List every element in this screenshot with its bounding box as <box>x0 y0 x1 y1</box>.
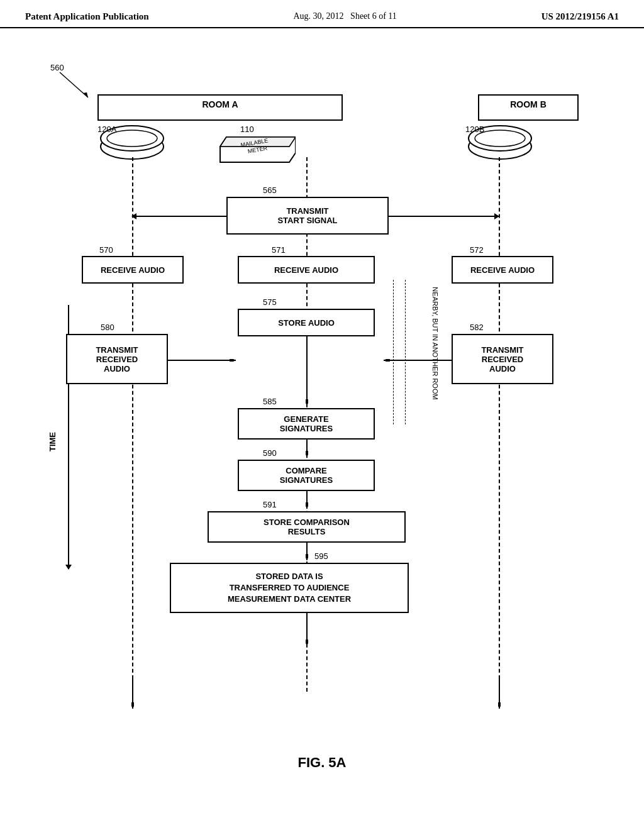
ref-575: 575 <box>263 297 277 307</box>
arrow-left-down <box>131 676 134 714</box>
arrow-compare-to-store <box>306 491 308 514</box>
ref-582: 582 <box>470 323 484 332</box>
receive-audio-572-box: RECEIVE AUDIO <box>452 256 553 284</box>
meter-110: MAILABLE METER <box>214 121 296 164</box>
transmit-start-box: TRANSMIT START SIGNAL <box>226 197 389 235</box>
room-b-box: ROOM B <box>478 94 579 121</box>
arrow-store-to-gen <box>306 336 308 411</box>
nearby-border <box>393 280 406 424</box>
ref-591: 591 <box>263 500 277 509</box>
arrow-storec-to-stored <box>306 543 308 565</box>
ref-110: 110 <box>240 124 254 134</box>
svg-marker-14 <box>230 359 236 362</box>
ref-585: 585 <box>263 397 277 406</box>
svg-marker-24 <box>306 554 308 560</box>
room-a-box: ROOM A <box>97 94 343 121</box>
page-header: Patent Application Publication Aug. 30, … <box>0 0 644 28</box>
store-comparison-box: STORE COMPARISON RESULTS <box>208 511 406 543</box>
ref-580: 580 <box>101 323 114 332</box>
arrow-565-right <box>389 216 499 217</box>
store-audio-box: STORE AUDIO <box>238 309 375 336</box>
ref-570: 570 <box>99 245 113 255</box>
ref-595: 595 <box>314 551 328 561</box>
ref-590: 590 <box>263 448 277 458</box>
receive-audio-570-box: RECEIVE AUDIO <box>82 256 184 284</box>
ref-572: 572 <box>470 245 484 255</box>
svg-marker-18 <box>306 399 308 406</box>
svg-marker-30 <box>498 702 501 709</box>
ref-571: 571 <box>272 245 286 255</box>
diagram-area: 560 ROOM A ROOM B 120A MAILABLE METER 11… <box>0 35 644 789</box>
arrow-gen-to-compare <box>306 440 308 462</box>
transmit-received-580-box: TRANSMIT RECEIVED AUDIO <box>66 334 168 384</box>
generate-signatures-box: GENERATE SIGNATURES <box>238 408 375 440</box>
svg-marker-28 <box>306 639 308 646</box>
stored-data-box: STORED DATA IS TRANSFERRED TO AUDIENCE M… <box>170 563 409 613</box>
svg-marker-16 <box>384 359 390 362</box>
figure-label: FIG. 5A <box>239 755 405 771</box>
header-left: Patent Application Publication <box>25 11 149 22</box>
svg-marker-22 <box>306 502 308 509</box>
transmit-received-582-box: TRANSMIT RECEIVED AUDIO <box>452 334 553 384</box>
arrow-right-down <box>498 676 501 714</box>
arrow-565-left <box>132 216 226 217</box>
nearby-label: NEARBY, BUT IN ANOTHER ROOM <box>431 287 439 399</box>
compare-signatures-box: COMPARE SIGNATURES <box>238 460 375 491</box>
svg-marker-20 <box>306 451 308 457</box>
dashed-line-right <box>499 157 500 692</box>
header-center: Aug. 30, 2012 Sheet 6 of 11 <box>293 11 396 21</box>
ref-120a: 120A <box>97 124 116 134</box>
ref-560-arrow <box>57 69 94 101</box>
arrow-580-to-center <box>168 359 240 362</box>
receive-audio-571-box: RECEIVE AUDIO <box>238 256 375 284</box>
ref-565: 565 <box>263 185 277 195</box>
svg-marker-26 <box>131 702 134 709</box>
svg-marker-1 <box>83 92 88 97</box>
arrow-center-down <box>306 613 308 651</box>
arrow-582-to-center <box>375 359 453 362</box>
header-right: US 2012/219156 A1 <box>541 11 619 22</box>
time-label: TIME <box>48 432 57 451</box>
ref-120b: 120B <box>465 124 484 134</box>
dashed-line-left <box>132 157 133 692</box>
